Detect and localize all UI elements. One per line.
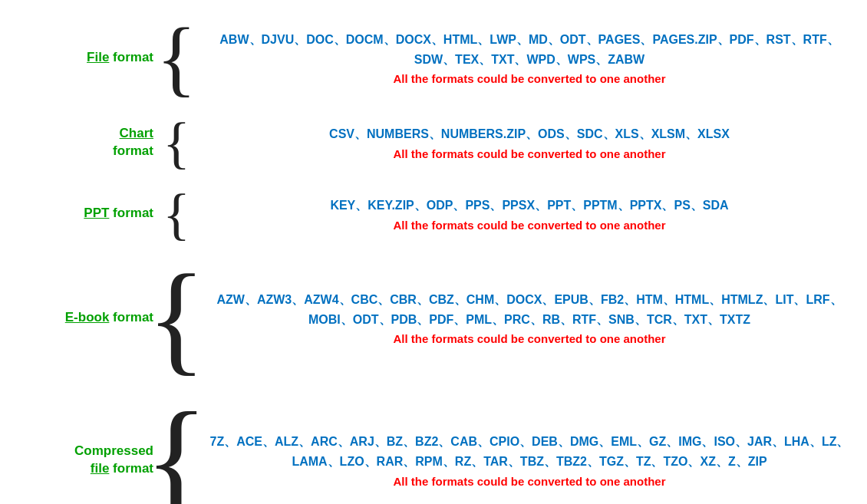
- file-format-content: ABW、DJVU、DOC、DOCM、DOCX、HTML、LWP、MD、ODT、P…: [192, 30, 859, 85]
- chart-format-line1: Chart: [120, 126, 153, 140]
- file-format-rest: format: [109, 50, 153, 64]
- ppt-format-section: PPT format { KEY、KEY.ZIP、ODP、PPS、PPSX、PP…: [8, 185, 859, 242]
- ebook-format-section: E-book format { AZW、AZW3、AZW4、CBC、CBR、CB…: [8, 256, 859, 379]
- ppt-format-label: PPT format: [8, 205, 161, 222]
- brace-icon: {: [163, 185, 190, 242]
- ppt-format-underline: PPT: [84, 206, 109, 220]
- ppt-format-brace: {: [161, 185, 192, 242]
- file-format-underline: File: [87, 50, 109, 64]
- chart-format-label: Chart format: [8, 125, 161, 159]
- file-format-label: File format: [8, 49, 161, 66]
- ppt-format-rest: format: [109, 206, 153, 220]
- chart-format-brace: {: [161, 114, 192, 171]
- ebook-format-formats: AZW、AZW3、AZW4、CBC、CBR、CBZ、CHM、DOCX、EPUB、…: [199, 290, 859, 329]
- compressed-format-line1: Compressed: [74, 443, 153, 458]
- compressed-format-section: Compressed file format { 7Z、ACE、ALZ、ARC、…: [8, 393, 859, 504]
- file-format-formats: ABW、DJVU、DOC、DOCM、DOCX、HTML、LWP、MD、ODT、P…: [199, 30, 859, 69]
- file-format-note: All the formats could be converted to on…: [199, 72, 859, 85]
- compressed-format-underline: file: [91, 461, 110, 476]
- brace-icon: {: [157, 15, 197, 100]
- file-format-brace: {: [161, 15, 192, 100]
- ebook-format-note: All the formats could be converted to on…: [199, 332, 859, 345]
- compressed-format-label: Compressed file format: [8, 443, 161, 476]
- brace-icon: {: [163, 114, 190, 171]
- chart-format-line2: format: [113, 143, 153, 158]
- chart-format-formats: CSV、NUMBERS、NUMBERS.ZIP、ODS、SDC、XLS、XLSM…: [199, 124, 859, 144]
- chart-format-section: Chart format { CSV、NUMBERS、NUMBERS.ZIP、O…: [8, 114, 859, 171]
- ebook-format-content: AZW、AZW3、AZW4、CBC、CBR、CBZ、CHM、DOCX、EPUB、…: [192, 290, 859, 345]
- chart-format-content: CSV、NUMBERS、NUMBERS.ZIP、ODS、SDC、XLS、XLSM…: [192, 124, 859, 160]
- compressed-format-content: 7Z、ACE、ALZ、ARC、ARJ、BZ、BZ2、CAB、CPIO、DEB、D…: [192, 432, 859, 487]
- ebook-format-underline: E-book: [65, 310, 110, 324]
- compressed-format-brace: {: [161, 393, 192, 504]
- ebook-format-brace: {: [161, 256, 192, 379]
- compressed-format-note: All the formats could be converted to on…: [199, 475, 859, 488]
- chart-format-note: All the formats could be converted to on…: [199, 147, 859, 160]
- compressed-format-formats: 7Z、ACE、ALZ、ARC、ARJ、BZ、BZ2、CAB、CPIO、DEB、D…: [199, 432, 859, 471]
- ppt-format-note: All the formats could be converted to on…: [199, 219, 859, 232]
- file-format-section: File format { ABW、DJVU、DOC、DOCM、DOCX、HTM…: [8, 15, 859, 100]
- ebook-format-label: E-book format: [8, 309, 161, 326]
- ppt-format-formats: KEY、KEY.ZIP、ODP、PPS、PPSX、PPT、PPTM、PPTX、P…: [199, 196, 859, 216]
- ppt-format-content: KEY、KEY.ZIP、ODP、PPS、PPSX、PPT、PPTM、PPTX、P…: [192, 196, 859, 232]
